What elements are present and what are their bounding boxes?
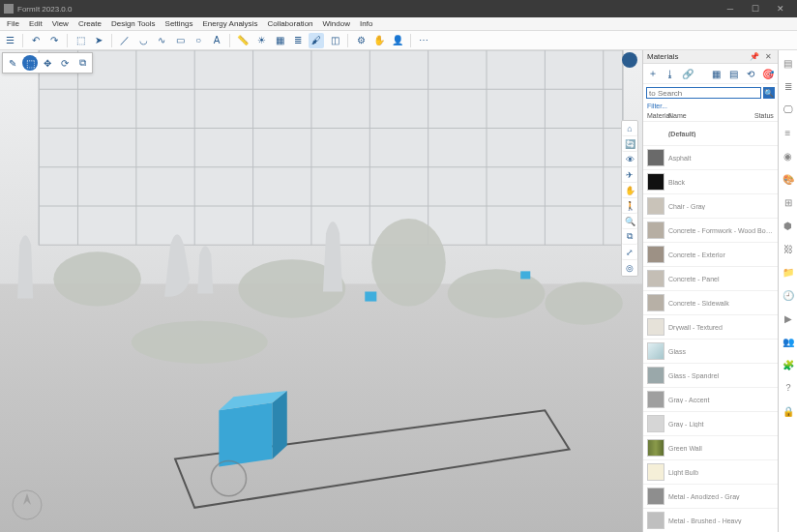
touch-button[interactable]: ✋: [371, 33, 387, 48]
sketch-toolbar: ✎⬚✥⟳⧉: [2, 52, 93, 74]
spline-button[interactable]: ∿: [154, 33, 169, 48]
nav-swivel-button[interactable]: 🔄: [622, 136, 637, 152]
material-row[interactable]: Concrete - Sidewalk: [643, 291, 778, 315]
rail-materials-button[interactable]: ◉: [782, 149, 795, 163]
menu-settings[interactable]: Settings: [161, 19, 198, 28]
nav-zoom-extents-button[interactable]: ⤢: [622, 245, 637, 260]
window-close-button[interactable]: ✕: [768, 0, 793, 17]
materials-link-button[interactable]: 🔗: [681, 67, 694, 80]
cursor-button[interactable]: ➤: [91, 33, 106, 48]
rectangle-button[interactable]: ▭: [172, 33, 188, 48]
material-row[interactable]: Concrete - Panel: [643, 267, 778, 291]
material-row[interactable]: Gray - Light: [643, 412, 778, 436]
sketch-copy-button[interactable]: ⧉: [74, 55, 90, 71]
material-row[interactable]: Metal - Anodized - Gray: [643, 485, 778, 509]
rail-levels-button[interactable]: ≡: [782, 126, 795, 139]
material-row[interactable]: Green Wall: [643, 436, 778, 460]
nav-look-button[interactable]: 👁: [622, 152, 637, 167]
rail-animate-button[interactable]: ▶: [782, 311, 795, 325]
rail-content-library-button[interactable]: 📁: [782, 265, 795, 279]
sketch-sketch-button[interactable]: ✎: [5, 55, 20, 71]
rail-undo-history-button[interactable]: 🕘: [782, 288, 795, 302]
view-orbit-icon[interactable]: [622, 52, 637, 68]
nav-zoom-window-button[interactable]: ⧉: [622, 229, 637, 245]
nav-zoom-button[interactable]: 🔍: [622, 214, 637, 229]
sketch-rotate-button[interactable]: ⟳: [57, 55, 73, 71]
text-button[interactable]: A: [209, 33, 224, 48]
rail-groups-button[interactable]: ⊞: [782, 195, 795, 209]
materials-add-button[interactable]: ＋: [646, 67, 660, 80]
menu-view[interactable]: View: [47, 19, 74, 28]
material-row[interactable]: Gray - Accent: [643, 388, 778, 412]
layers-button[interactable]: ≣: [290, 33, 306, 48]
menu-file[interactable]: File: [2, 19, 24, 28]
material-row[interactable]: Concrete - Exterior: [643, 243, 778, 267]
select-button[interactable]: ⬚: [73, 33, 88, 48]
redo-button[interactable]: ↷: [46, 33, 62, 48]
arc-button[interactable]: ◡: [135, 33, 151, 48]
user-button[interactable]: 👤: [390, 33, 405, 48]
viewport-3d[interactable]: ✎⬚✥⟳⧉ ⌂🔄👁✈✋🚶🔍⧉⤢◎: [0, 50, 642, 532]
menu-info[interactable]: Info: [355, 19, 377, 28]
menu-edit[interactable]: Edit: [24, 19, 47, 28]
nav-view-home-button[interactable]: ⌂: [622, 121, 637, 136]
materials-import-button[interactable]: ⭳: [664, 67, 677, 80]
rail-collaboration-button[interactable]: 👥: [782, 335, 795, 348]
line-button[interactable]: ／: [117, 33, 133, 48]
menu-collaboration[interactable]: Collaboration: [262, 19, 317, 28]
nav-pan-button[interactable]: ✋: [622, 183, 637, 198]
rail-properties-button[interactable]: ▤: [782, 56, 795, 70]
material-row[interactable]: Glass - Spandrel: [643, 364, 778, 388]
menu-button[interactable]: ☰: [2, 33, 17, 48]
more-button[interactable]: ⋯: [416, 33, 431, 48]
menu-design-tools[interactable]: Design Tools: [106, 19, 161, 28]
section-button[interactable]: ▦: [272, 33, 287, 48]
menu-window[interactable]: Window: [318, 19, 355, 28]
materials-search-button[interactable]: 🔍: [763, 87, 775, 99]
material-row[interactable]: Chair - Gray: [643, 194, 778, 219]
material-swatch: [647, 125, 664, 142]
rail-help-button[interactable]: ？: [782, 381, 795, 395]
rail-visual-styles-button[interactable]: 🎨: [782, 172, 795, 186]
rail-dynamo-button[interactable]: ⬢: [782, 219, 795, 232]
materials-tile-button[interactable]: ▤: [726, 67, 740, 80]
rail-lock-button[interactable]: 🔒: [782, 404, 795, 418]
window-maximize-button[interactable]: ☐: [743, 0, 768, 17]
material-row[interactable]: Light Bulb: [643, 460, 778, 485]
rail-plugins-button[interactable]: 🧩: [782, 358, 795, 371]
nav-fly-button[interactable]: ✈: [622, 167, 637, 183]
material-row[interactable]: Concrete - Formwork - Wood Boards: [643, 219, 778, 243]
material-row[interactable]: Metal - Brushed - Heavy: [643, 509, 778, 532]
panel-pin-icon[interactable]: 📌: [748, 52, 761, 61]
material-row[interactable]: (Default): [643, 122, 778, 146]
sun-button[interactable]: ☀: [253, 33, 269, 48]
materials-filter-link[interactable]: Filter...: [643, 102, 778, 110]
materials-picker-button[interactable]: 🎯: [761, 67, 775, 80]
nav-zoom-selected-button[interactable]: ◎: [622, 260, 637, 276]
sketch-move-button[interactable]: ✥: [40, 55, 55, 71]
settings-button[interactable]: ⚙: [353, 33, 369, 48]
measure-button[interactable]: 📏: [235, 33, 251, 48]
material-row[interactable]: Drywall - Textured: [643, 315, 778, 340]
rail-constraints-button[interactable]: ⛓: [782, 242, 795, 255]
window-minimize-button[interactable]: ─: [718, 0, 743, 17]
nav-first-person-button[interactable]: 🚶: [622, 198, 637, 214]
orientation-compass[interactable]: [10, 488, 44, 522]
sketch-select-button[interactable]: ⬚: [22, 55, 38, 71]
menu-energy-analysis[interactable]: Energy Analysis: [197, 19, 262, 28]
materials-texture-button[interactable]: ▦: [709, 67, 723, 80]
material-row[interactable]: Glass: [643, 340, 778, 364]
materials-reload-button[interactable]: ⟲: [744, 67, 757, 80]
materials-search-input[interactable]: [646, 87, 761, 99]
materials-list[interactable]: (Default)AsphaltBlackChair - GrayConcret…: [643, 122, 778, 532]
paint-button[interactable]: 🖌: [309, 33, 324, 48]
edges-button[interactable]: ◫: [327, 33, 342, 48]
rail-scenes-button[interactable]: 🖵: [782, 103, 795, 116]
rail-layers-button[interactable]: ≣: [782, 79, 795, 93]
menu-create[interactable]: Create: [74, 19, 106, 28]
material-row[interactable]: Asphalt: [643, 146, 778, 170]
undo-button[interactable]: ↶: [28, 33, 44, 48]
panel-close-icon[interactable]: ✕: [763, 52, 774, 61]
material-row[interactable]: Black: [643, 170, 778, 194]
circle-button[interactable]: ○: [191, 33, 206, 48]
